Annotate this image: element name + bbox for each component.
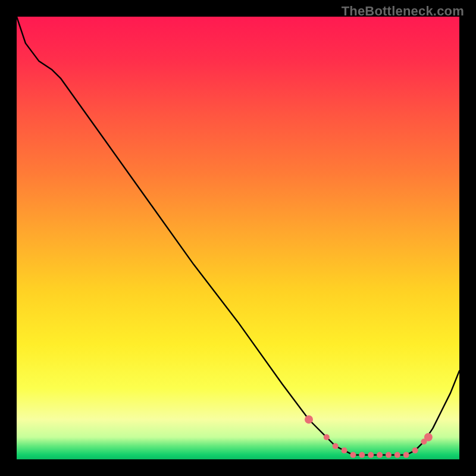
marker-dot [350, 452, 356, 458]
marker-dot [424, 433, 433, 441]
marker-dot [377, 452, 383, 458]
marker-dot [412, 447, 418, 453]
plot-area [17, 17, 459, 459]
marker-dot [386, 452, 392, 458]
marker-dot [324, 434, 330, 440]
bottleneck-curve [17, 17, 459, 455]
marker-dot [342, 447, 347, 453]
marker-dot [403, 452, 409, 458]
marker-dot [368, 452, 374, 458]
marker-dots [305, 415, 433, 458]
marker-dot [305, 415, 313, 424]
marker-dot [394, 452, 400, 458]
chart-svg [17, 17, 459, 459]
chart-frame: TheBottleneck.com [0, 0, 476, 476]
marker-dot [359, 452, 365, 458]
marker-dot [333, 443, 339, 449]
